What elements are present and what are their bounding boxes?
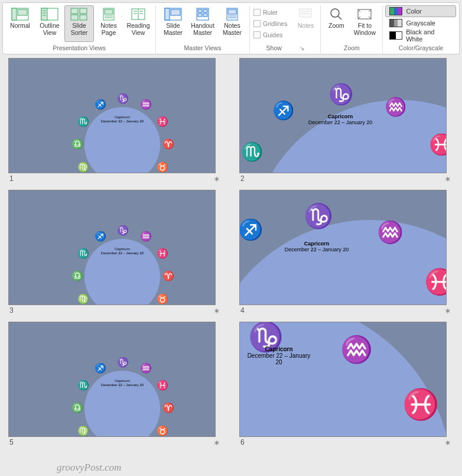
zodiac-capricorn-icon: ♑ (117, 93, 129, 104)
zodiac-sagittarius-icon: ♐ (272, 100, 294, 121)
zodiac-aquarius-icon: ♒ (140, 99, 152, 110)
svg-rect-29 (203, 14, 207, 17)
slide-thumbnail[interactable]: ♑♒♓♈♉♊♋♌♍♎♏♐CapricornDecember 22 – Janua… (8, 58, 223, 186)
svg-line-38 (338, 16, 341, 20)
outline-view-button[interactable]: Outline View (35, 5, 64, 42)
zodiac-sagittarius-icon: ♐ (95, 362, 106, 374)
svg-rect-28 (198, 14, 202, 17)
notes-button: Notes (293, 5, 318, 42)
slide-thumbnail[interactable]: ♑♒♓♈♉♊♋♌♍♎♏♐CapricornDecember 22 – Janua… (8, 190, 223, 318)
svg-rect-4 (41, 8, 47, 20)
zodiac-libra-icon: ♎ (71, 138, 83, 150)
animation-star-icon: ✶ (213, 174, 220, 186)
zodiac-aquarius-icon: ♒ (140, 231, 152, 242)
guides-checkbox-row[interactable]: Guides (253, 30, 287, 40)
slide-thumbnail[interactable]: ♑♒♐♓CapricornDecember 22 – January 20 4 … (239, 190, 454, 318)
show-dialog-launcher-icon[interactable]: ↘ (300, 45, 304, 51)
handout-master-button[interactable]: Handout Master (188, 5, 217, 42)
reading-view-button[interactable]: Reading View (123, 5, 153, 42)
zodiac-pisces-icon: ♓ (402, 387, 439, 422)
zoom-icon (327, 7, 345, 21)
svg-rect-8 (71, 8, 78, 14)
watermark: groovyPost.com (57, 462, 121, 474)
notes-master-icon (223, 7, 241, 21)
slide-canvas: ♑♒♐♓CapricornDecember 22 – January 20 (239, 190, 447, 305)
grayscale-label: Grayscale (406, 20, 435, 27)
zodiac-pisces-icon: ♓ (157, 116, 168, 127)
presentation-views-group-label: Presentation Views (53, 43, 106, 53)
zodiac-virgo-icon: ♍ (77, 161, 89, 173)
slide-title: CapricornDecember 22 – January 20 (99, 379, 146, 387)
group-color-grayscale: Color Grayscale Black and White Color/Gr… (383, 5, 458, 54)
slide-canvas: ♑♒♓♈♉♊♋♌♍♎♏♐CapricornDecember 22 – Janua… (8, 58, 216, 173)
slide-number: 4 (240, 306, 245, 318)
notes-icon (297, 7, 314, 21)
zodiac-aquarius-icon: ♒ (140, 362, 152, 374)
zodiac-virgo-icon: ♍ (77, 425, 89, 436)
zodiac-capricorn-icon: ♑ (328, 82, 353, 106)
fit-to-window-label: Fit to Window (354, 22, 376, 36)
slide-thumbnail[interactable]: ♑♒♓♈♉♊♋♌♍♎♏♐CapricornDecember 22 – Janua… (8, 322, 223, 450)
ruler-label: Ruler (263, 9, 278, 16)
zodiac-sagittarius-icon: ♐ (95, 231, 106, 242)
guides-label: Guides (263, 31, 282, 38)
reading-view-label: Reading View (126, 22, 149, 36)
grayscale-button[interactable]: Grayscale (385, 17, 456, 29)
slide-title: CapricornDecember 22 – January 20 (275, 241, 358, 253)
normal-icon (11, 7, 29, 21)
reading-view-icon (129, 7, 147, 21)
slide-number: 3 (9, 306, 14, 318)
show-group-label: Show (266, 44, 282, 51)
notes-page-button[interactable]: Notes Page (94, 5, 123, 42)
fit-to-window-button[interactable]: Fit to Window (349, 5, 380, 42)
color-grayscale-group-label: Color/Grayscale (399, 43, 443, 53)
svg-rect-24 (171, 9, 180, 15)
checkbox-icon (253, 31, 261, 38)
zoom-button[interactable]: Zoom (323, 5, 349, 42)
zoom-label: Zoom (328, 22, 344, 30)
zodiac-scorpio-icon: ♏ (77, 116, 89, 127)
color-label: Color (406, 8, 421, 15)
zodiac-pisces-icon: ♓ (429, 132, 447, 156)
outline-view-label: Outline View (40, 22, 59, 36)
slide-title: CapricornDecember 22 – January 20 (99, 247, 146, 255)
slide-sorter-label: Slide Sorter (71, 22, 88, 36)
fit-to-window-icon (356, 7, 373, 21)
slide-thumbnail[interactable]: ♑♒♐♓♏CapricornDecember 22 – January 20 2… (239, 58, 454, 186)
gridlines-checkbox-row[interactable]: Gridlines (253, 18, 287, 29)
slide-master-label: Slide Master (164, 22, 183, 36)
svg-rect-13 (105, 9, 113, 14)
zodiac-aries-icon: ♈ (162, 138, 174, 150)
svg-rect-26 (198, 9, 202, 12)
slide-master-button[interactable]: Slide Master (158, 5, 188, 42)
svg-rect-2 (18, 9, 27, 15)
zodiac-pisces-icon: ♓ (157, 380, 168, 391)
group-zoom: Zoom Fit to Window Zoom (321, 5, 383, 54)
slide-thumbnail[interactable]: ♑♒♓CapricornDecember 22 – January 20 6 ✶ (239, 322, 454, 450)
gridlines-label: Gridlines (263, 20, 287, 27)
animation-star-icon: ✶ (213, 306, 220, 318)
color-button[interactable]: Color (385, 5, 456, 17)
zodiac-aries-icon: ♈ (162, 270, 174, 281)
slide-title: CapricornDecember 22 – January 20 (99, 115, 146, 123)
notes-master-button[interactable]: Notes Master (217, 5, 247, 42)
animation-star-icon: ✶ (444, 174, 451, 186)
bw-label: Black and White (406, 28, 452, 43)
zodiac-libra-icon: ♎ (71, 402, 83, 413)
slide-number: 2 (240, 174, 245, 186)
notes-label: Notes (298, 22, 314, 30)
black-white-button[interactable]: Black and White (385, 29, 456, 42)
checkbox-icon (253, 9, 261, 16)
normal-button[interactable]: Normal (5, 5, 35, 42)
zoom-group-label: Zoom (344, 43, 360, 53)
zodiac-sagittarius-icon: ♐ (95, 99, 106, 110)
checkbox-icon (253, 20, 261, 27)
svg-rect-10 (71, 15, 78, 20)
svg-rect-11 (80, 15, 87, 20)
ruler-checkbox-row[interactable]: Ruler (253, 7, 287, 18)
slide-sorter-button[interactable]: Slide Sorter (64, 5, 94, 42)
bw-swatch-icon (389, 31, 402, 40)
group-show: Ruler Gridlines Guides Notes Show (250, 5, 321, 54)
notes-page-label: Notes Page (100, 22, 116, 36)
outline-view-icon (41, 7, 58, 21)
